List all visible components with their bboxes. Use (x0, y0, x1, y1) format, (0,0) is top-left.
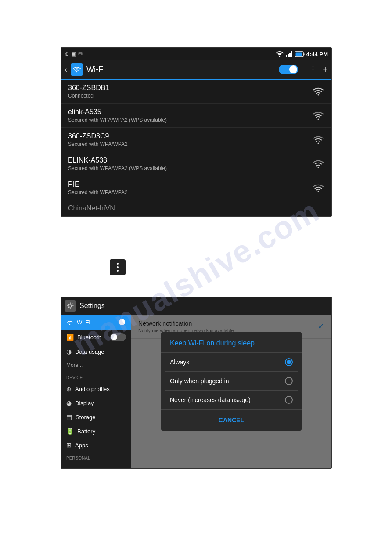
dialog-option-plugged-label: Only when plugged in (170, 377, 229, 385)
settings-title: Settings (79, 302, 105, 310)
sidebar-storage-label: Storage (76, 414, 96, 421)
settings-main-content: Network notification Notify me when an o… (131, 315, 331, 468)
svg-rect-6 (295, 52, 302, 56)
network-item-2[interactable]: elink-A535 Secured with WPA/WPA2 (WPS av… (61, 104, 331, 128)
wifi-signal-icon-1 (312, 87, 324, 96)
sidebar-more-label: More... (66, 362, 83, 368)
sidebar-item-battery[interactable]: 🔋 Battery (61, 424, 131, 438)
dialog-option-never-label: Never (increases data usage) (170, 396, 251, 403)
network-status-2: Secured with WPA/WPA2 (WPS available) (68, 117, 167, 123)
wifi-list-screenshot: ⊕ ▣ ✉ 4:44 (61, 47, 332, 217)
sidebar-audio-label: Audio profiles (75, 386, 110, 392)
battery-icon (295, 51, 305, 57)
sidebar-display-label: Display (75, 400, 94, 406)
overflow-menu-button[interactable]: ⋮ (309, 64, 317, 75)
dialog-option-always[interactable]: Always (161, 353, 302, 371)
dialog-title: Keep Wi-Fi on during sleep (161, 332, 302, 353)
partial-network-name: ChinaNet-hiVN... (68, 204, 121, 212)
sidebar-item-data-usage[interactable]: ◑ Data usage (61, 345, 131, 359)
sidebar-item-more[interactable]: More... (61, 359, 131, 372)
sidebar-apps-label: Apps (75, 442, 88, 449)
mail-icon: ✉ (78, 51, 83, 57)
status-icons-left: ⊕ ▣ ✉ (65, 51, 83, 57)
svg-rect-2 (289, 53, 291, 57)
status-time: 4:44 PM (306, 51, 328, 58)
bluetooth-icon: 📶 (66, 334, 74, 341)
settings-sidebar: Wi-Fi 📶 Bluetooth ◑ Data usage More (61, 315, 131, 468)
usb-icon: ⊕ (65, 51, 69, 57)
add-network-button[interactable]: + (323, 65, 328, 75)
dot-2 (117, 266, 119, 268)
settings-action-bar: Settings (61, 297, 331, 315)
sidebar-item-audio[interactable]: ⊕ Audio profiles (61, 382, 131, 396)
network-item-5[interactable]: PIE Secured with WPA/WPA2 (61, 176, 331, 200)
network-list: 360-ZSBDB1 Connected elink-A535 Secured … (61, 80, 331, 216)
wifi-title: Wi-Fi (86, 65, 279, 74)
three-dot-menu-button[interactable] (110, 259, 126, 275)
network-item-4[interactable]: ELINK-A538 Secured with WPA/WPA2 (WPS av… (61, 152, 331, 176)
battery-sidebar-icon: 🔋 (66, 428, 74, 435)
data-usage-icon: ◑ (66, 348, 72, 355)
dialog-cancel-button[interactable]: Cancel (210, 413, 253, 427)
wifi-action-icon (73, 66, 81, 73)
network-name-2: elink-A535 (68, 108, 167, 116)
network-info-3: 360-ZSD3C9 Secured with WPA/WPA2 (68, 132, 128, 147)
wifi-action-bar: ‹ Wi-Fi ⋮ + (61, 60, 331, 80)
wifi-signal-icon-4 (312, 159, 324, 169)
back-button[interactable]: ‹ (65, 65, 67, 74)
display-icon: ◕ (66, 399, 72, 406)
sidebar-item-bluetooth[interactable]: 📶 Bluetooth (61, 330, 131, 345)
screenshot-icon: ▣ (71, 51, 76, 57)
settings-icon-box (65, 300, 76, 312)
signal-icon (285, 51, 293, 57)
wifi-sidebar-toggle[interactable] (110, 318, 126, 326)
dot-3 (117, 270, 119, 272)
wifi-status-icon (276, 51, 284, 57)
svg-rect-0 (286, 55, 287, 57)
sidebar-item-apps[interactable]: ⊞ Apps (61, 438, 131, 452)
sidebar-item-display[interactable]: ◕ Display (61, 396, 131, 410)
network-name-4: ELINK-A538 (68, 156, 167, 164)
radio-always (285, 358, 293, 366)
wifi-signal-icon-3 (312, 135, 324, 145)
sidebar-data-label: Data usage (75, 348, 104, 355)
storage-icon: ▤ (66, 414, 72, 421)
wifi-signal-icon-2 (312, 111, 324, 120)
toggle-knob (289, 65, 297, 73)
dialog-footer: Cancel (161, 409, 302, 431)
network-item-3[interactable]: 360-ZSD3C9 Secured with WPA/WPA2 (61, 128, 331, 152)
network-info-5: PIE Secured with WPA/WPA2 (68, 181, 128, 196)
apps-icon: ⊞ (66, 442, 72, 449)
radio-always-inner (287, 360, 291, 364)
sidebar-wifi-label: Wi-Fi (77, 319, 90, 326)
wifi-icon-box (71, 63, 83, 76)
network-info-2: elink-A535 Secured with WPA/WPA2 (WPS av… (68, 108, 167, 123)
sidebar-bluetooth-label: Bluetooth (77, 334, 101, 341)
dialog-option-always-label: Always (170, 359, 189, 366)
network-status-5: Secured with WPA/WPA2 (68, 189, 128, 196)
partial-network-item[interactable]: ChinaNet-hiVN... (61, 200, 331, 216)
audio-icon: ⊕ (66, 385, 72, 392)
dialog-option-never[interactable]: Never (increases data usage) (161, 391, 302, 409)
three-dot-menu-section (110, 259, 126, 275)
wifi-signal-icon-5 (312, 183, 324, 193)
sidebar-item-storage[interactable]: ▤ Storage (61, 410, 131, 424)
dialog-option-plugged[interactable]: Only when plugged in (161, 372, 302, 390)
dot-1 (117, 263, 119, 265)
wifi-toggle[interactable] (279, 65, 298, 74)
network-item-1[interactable]: 360-ZSBDB1 Connected (61, 80, 331, 104)
settings-screenshot: Settings Wi-Fi 📶 Bluetooth (61, 297, 332, 469)
wifi-sidebar-toggle-knob (119, 319, 125, 325)
personal-section-label: PERSONAL (61, 452, 131, 462)
bluetooth-toggle-knob (111, 334, 117, 340)
status-right: 4:44 PM (276, 51, 328, 58)
sidebar-battery-label: Battery (77, 428, 95, 435)
network-info-4: ELINK-A538 Secured with WPA/WPA2 (WPS av… (68, 156, 167, 171)
svg-rect-3 (291, 51, 292, 57)
svg-point-7 (69, 305, 72, 307)
svg-rect-1 (288, 54, 289, 57)
bluetooth-sidebar-toggle[interactable] (110, 333, 126, 341)
network-name-1: 360-ZSBDB1 (68, 84, 109, 92)
sidebar-item-wifi[interactable]: Wi-Fi (61, 315, 131, 330)
network-status-1: Connected (68, 93, 109, 99)
